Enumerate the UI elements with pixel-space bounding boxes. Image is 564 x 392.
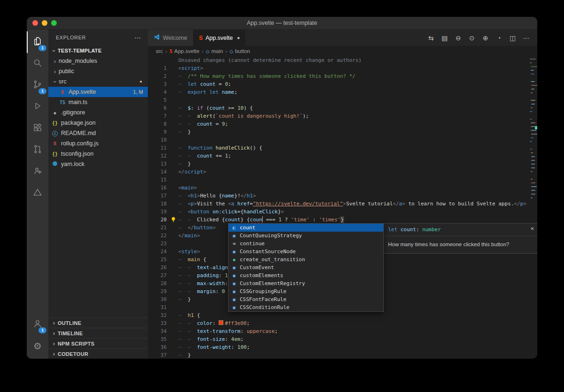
code-token: += [213,153,225,159]
code-token: </ [178,169,184,175]
tab-app-svelte[interactable]: SApp.svelte● [193,30,246,46]
more-actions-icon[interactable]: ⋯ [520,34,533,42]
code-text: → → text-transform: uppercase; [178,327,537,335]
suggest-item[interactable]: ≡continue [229,240,383,248]
file-rollup-config-js[interactable]: Rrollup.config.js [48,138,148,149]
minimap-line [531,160,535,161]
activity-explorer[interactable]: 1 [27,31,48,53]
code-text: → } [178,351,537,359]
indent-guide: → → [178,344,197,350]
panel-header-npm-scripts[interactable]: ›NPM SCRIPTS [48,338,148,348]
code-text: → /** How many times has someone clicked… [178,72,537,80]
breadcrumb-label: button [235,48,250,54]
minimap-line [530,111,533,112]
suggest-item[interactable]: ◉CountQueuingStrategy [229,232,383,240]
suggest-item[interactable]: ◉CustomEvent [229,264,383,271]
panel-header-outline[interactable]: ›OUTLINE [48,317,148,328]
breadcrumb-separator: › [164,48,168,54]
manage-icon: ⚙ [33,341,42,351]
file-tsconfig-json[interactable]: {}tsconfig.json [48,149,148,159]
suggest-item[interactable]: ◉CSSGroupingRule [229,287,383,295]
activity-manage[interactable]: ⚙ [27,335,48,357]
suggest-item[interactable]: ◉customElements [229,271,383,279]
chevron-right-icon: › [51,58,59,65]
code-token: } [234,193,237,199]
activity-extensions[interactable] [27,118,48,139]
file-package-json[interactable]: {}package.json [48,118,148,128]
file-yarn-lock[interactable]: yarn.lock [48,159,148,169]
suggest-item[interactable]: ◉CSSConditionRule [229,303,383,311]
breadcrumb-item-button[interactable]: ◇button [229,48,250,54]
activity-run-and-debug[interactable] [27,96,48,118]
glyph-margin [169,88,178,96]
split-editor-icon[interactable]: ◫ [506,34,519,42]
workspace-section-header[interactable]: › TEST-TEMPLATE [48,45,148,56]
file--gitignore[interactable]: ◆.gitignore [48,107,148,118]
close-icon[interactable]: × [530,225,534,232]
symbol-module-icon: ◆ [231,257,237,262]
code-editor[interactable]: Unsaved changes (cannot determine recent… [148,56,537,359]
code-text: → <h1>Hello {name}!</h1> [178,192,537,200]
badge: 1 [38,327,46,333]
minimap-line [531,167,535,168]
activity-accounts[interactable]: 1 [27,314,48,335]
run-and-debug-icon [32,101,43,113]
open-changes-icon[interactable]: ▤ [438,34,451,42]
compare-changes-icon[interactable]: ⇆ [425,34,437,42]
folder-src[interactable]: ›src● [48,76,148,87]
symbol-class-icon: ◉ [231,305,237,310]
file-history-icon[interactable]: ◔ [493,34,505,42]
code-line: 2→ /** How many times has someone clicke… [148,72,537,80]
breadcrumb-item-main[interactable]: ◇main [206,48,223,54]
code-token: handleClick [215,145,250,151]
next-change-icon[interactable]: ⊕ [479,34,492,42]
file-label: .gitignore [61,109,85,116]
symbol-class-icon: ◉ [231,289,237,294]
activity-github-pull-requests[interactable] [27,139,48,161]
breadcrumb-separator: › [201,48,205,54]
line-number: 18 [148,200,169,208]
file-app-svelte[interactable]: SApp.svelte1, M [48,87,148,97]
suggest-item[interactable]: ◉CSSFontFaceRule [229,295,383,303]
code-token [225,288,228,294]
suggest-item[interactable]: ◆create_out_transition [229,256,383,264]
file-label: rollup.config.js [61,140,99,147]
activity-live-share[interactable] [27,161,48,182]
activity-codetour[interactable] [27,182,48,204]
code-token: h1 [191,193,197,199]
autocomplete-widget: ◧count◉CountQueuingStrategy≡continue◉Con… [228,223,384,312]
folder-node-modules[interactable]: ›node_modules [48,56,148,66]
minimap-line [531,137,534,138]
code-token: > [197,233,200,239]
symbol-icon: ◇ [229,49,233,54]
code-line: 34→ → text-transform: uppercase; [148,327,537,335]
breadcrumb-item-src[interactable]: src [156,48,163,54]
file-readme-md[interactable]: iREADME.md [48,128,148,138]
tab-welcome[interactable]: Welcome [148,30,193,46]
suggest-item[interactable]: ◉ConstantSourceNode [229,248,383,256]
breadcrumb-item-app-svelte[interactable]: SApp.svelte [169,48,199,54]
toggle-annotations-icon[interactable]: ⊙ [465,34,478,42]
panel-header-codetour[interactable]: ›CODETOUR [48,348,148,359]
line-number: 6 [148,104,169,112]
code-text: → } [178,128,537,136]
code-token: </ [188,225,194,231]
activity-search[interactable] [27,53,48,75]
file-main-ts[interactable]: TSmain.ts [48,97,148,107]
suggest-item[interactable]: ◉CustomElementRegistry [229,279,383,287]
code-token: > [402,201,405,207]
suggest-item[interactable]: ◧count [229,224,383,232]
code-token: >= [225,105,237,111]
panel-header-timeline[interactable]: ›TIMELINE [48,328,148,338]
activity-source-control[interactable]: 1 [27,75,48,96]
typescript-icon: TS [59,100,66,105]
glyph-margin [169,208,178,216]
indent-guide: → → [178,113,197,119]
minimap-line [530,62,532,63]
more-actions-icon[interactable]: ⋯ [135,34,142,41]
code-text: → h1 { [178,311,537,319]
minimap[interactable] [529,56,537,359]
code-token: </ [178,233,184,239]
folder-public[interactable]: ›public [48,66,148,76]
previous-change-icon[interactable]: ⊖ [452,34,465,42]
